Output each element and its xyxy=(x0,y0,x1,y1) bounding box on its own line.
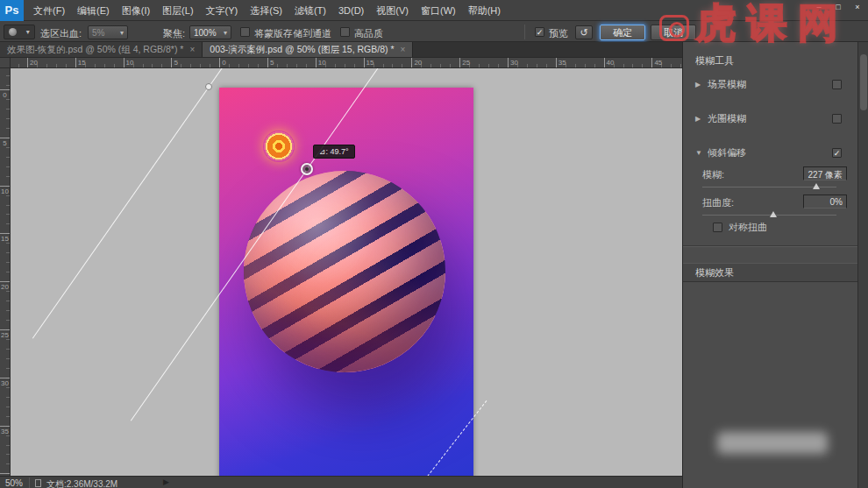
menu-item[interactable]: 图像(I) xyxy=(116,0,156,21)
chevron-down-icon: ▾ xyxy=(120,29,124,37)
focus-dropdown[interactable]: 100% ▾ xyxy=(189,25,231,39)
options-bar: ▾ 选区出血: 5% ▾ 聚焦: 100% ▾ 将蒙版存储到通道 高品质 预览 … xyxy=(0,22,868,42)
blur-effects-panel-header[interactable]: 模糊效果 xyxy=(683,263,857,282)
disclosure-triangle-icon[interactable] xyxy=(695,81,708,88)
selection-bleed-dropdown[interactable]: 5% ▾ xyxy=(88,25,128,39)
preview-checkbox[interactable] xyxy=(535,27,544,37)
focus-value: 100% xyxy=(194,28,217,38)
blur-section-checkbox[interactable] xyxy=(832,148,842,158)
distortion-slider[interactable] xyxy=(702,212,836,218)
ruler-number: 45 xyxy=(654,59,662,67)
ruler-number: 5 xyxy=(174,59,177,67)
blur-amount-label: 模糊: xyxy=(702,168,724,181)
ruler-top: 2015105051015202530354045 xyxy=(11,58,682,68)
ok-button[interactable]: 确定 xyxy=(600,25,645,40)
ruler-number: 20 xyxy=(1,284,9,290)
distortion-value[interactable]: 0% xyxy=(803,194,847,209)
slider-thumb[interactable] xyxy=(813,183,820,189)
ruler-number: 0 xyxy=(222,59,225,67)
main-menu: 文件(F)编辑(E)图像(I)图层(L)文字(Y)选择(S)滤镜(T)3D(D)… xyxy=(27,0,507,20)
blur-sections: 场景模糊 光圈模糊 倾斜偏移 xyxy=(683,75,857,178)
status-bar: 50% 文档:2.36M/33.2M ▶ xyxy=(0,476,682,488)
cancel-button[interactable]: 取消 xyxy=(651,25,696,40)
ruler-number: 15 xyxy=(1,236,9,242)
menu-item[interactable]: 滤镜(T) xyxy=(288,0,332,21)
symmetric-distortion-row: 对称扭曲 xyxy=(713,221,767,234)
chevron-down-icon: ▾ xyxy=(26,28,30,36)
blur-section-checkbox[interactable] xyxy=(832,114,842,124)
save-mask-label: 将蒙版存储到通道 xyxy=(254,27,331,40)
tiltshift-pin[interactable] xyxy=(301,163,313,175)
angle-tooltip: ⊿: 49.7° xyxy=(313,145,355,159)
ruler-number: 5 xyxy=(270,59,274,67)
blur-section-row[interactable]: 光圈模糊 xyxy=(683,110,857,127)
document-tab[interactable]: 003-演示案例.psd @ 50% (图层 15, RGB/8) * × xyxy=(203,42,413,57)
selection-bleed-value: 5% xyxy=(92,28,104,38)
ring-ornament xyxy=(263,131,295,162)
chevron-down-icon: ▾ xyxy=(224,29,227,37)
canvas-area[interactable]: ⊿: 49.7° xyxy=(11,68,682,476)
blur-amount-slider[interactable] xyxy=(702,184,836,190)
menu-item[interactable]: 选择(S) xyxy=(244,0,288,21)
blur-effects-title: 模糊效果 xyxy=(683,267,734,278)
panel-scrollbar[interactable] xyxy=(857,42,868,488)
minimize-button[interactable]: – xyxy=(814,3,824,11)
ruler-number: 25 xyxy=(462,59,470,67)
ruler-number: 40 xyxy=(607,59,615,67)
menu-item[interactable]: 文件(F) xyxy=(27,0,71,21)
panel-title: 模糊工具 xyxy=(695,54,734,67)
selection-bleed-label: 选区出血: xyxy=(40,27,82,40)
separator xyxy=(29,477,30,488)
separator xyxy=(524,25,525,39)
ruler-number: 10 xyxy=(318,59,326,67)
menu-bar: Ps 文件(F)编辑(E)图像(I)图层(L)文字(Y)选择(S)滤镜(T)3D… xyxy=(0,0,868,21)
disclosure-triangle-icon[interactable] xyxy=(695,115,708,123)
ruler-number: 25 xyxy=(1,332,9,338)
blur-section-row[interactable]: 倾斜偏移 xyxy=(683,144,857,161)
close-button[interactable]: × xyxy=(852,3,863,11)
menu-item[interactable]: 帮助(H) xyxy=(462,0,507,21)
window-controls: – □ × xyxy=(814,3,863,11)
symmetric-distortion-checkbox[interactable] xyxy=(713,223,722,232)
status-flyout-arrow-icon[interactable]: ▶ xyxy=(163,477,169,486)
high-quality-checkbox[interactable] xyxy=(340,27,350,37)
save-mask-checkbox[interactable] xyxy=(240,27,250,37)
ruler-number: 15 xyxy=(78,59,86,67)
blur-section-checkbox[interactable] xyxy=(832,80,842,89)
scrollbar-thumb[interactable] xyxy=(860,54,867,110)
menu-item[interactable]: 3D(D) xyxy=(332,0,370,21)
remove-all-pins-button[interactable]: ↺ xyxy=(575,25,593,39)
tab-close-icon[interactable]: × xyxy=(401,45,406,54)
blur-section-row[interactable]: 场景模糊 xyxy=(683,75,857,93)
ruler-number: 35 xyxy=(1,428,9,435)
tiltshift-rotate-handle[interactable] xyxy=(205,83,212,90)
document-size-info: 文档:2.36M/33.2M xyxy=(46,478,117,488)
ruler-corner xyxy=(0,58,11,68)
ruler-number: 0 xyxy=(1,92,9,98)
restore-button[interactable]: □ xyxy=(833,3,843,11)
menu-item[interactable]: 图层(L) xyxy=(156,0,199,21)
high-quality-label: 高品质 xyxy=(354,27,383,40)
ruler-number: 15 xyxy=(366,59,374,67)
disclosure-triangle-icon[interactable] xyxy=(695,149,708,157)
blur-section-label: 场景模糊 xyxy=(708,78,746,91)
slider-thumb[interactable] xyxy=(770,211,777,217)
ruler-number: 30 xyxy=(1,380,9,386)
document-tab[interactable]: 效果图-恢复的.psd @ 50% (组 4, RGB/8*) * × xyxy=(0,42,203,57)
focus-label: 聚焦: xyxy=(163,27,185,40)
preview-label: 预览 xyxy=(549,27,568,40)
tiltshift-controls: 模糊: 227 像素 扭曲度: 0% 对称扭曲 xyxy=(683,166,857,240)
photoshop-window: Ps 文件(F)编辑(E)图像(I)图层(L)文字(Y)选择(S)滤镜(T)3D… xyxy=(0,0,868,488)
tab-close-icon[interactable]: × xyxy=(189,45,195,54)
menu-item[interactable]: 编辑(E) xyxy=(71,0,116,21)
ruler-number: 20 xyxy=(30,59,38,67)
tool-preset-picker[interactable]: ▾ xyxy=(4,25,35,39)
blur-amount-value[interactable]: 227 像素 xyxy=(803,166,847,180)
menu-item[interactable]: 窗口(W) xyxy=(415,0,462,21)
document-tabs: 效果图-恢复的.psd @ 50% (组 4, RGB/8*) * × 003-… xyxy=(0,42,682,58)
ruler-number: 35 xyxy=(559,59,566,67)
menu-item[interactable]: 文字(Y) xyxy=(200,0,245,21)
zoom-level[interactable]: 50% xyxy=(5,478,23,488)
tab-title: 效果图-恢复的.psd @ 50% (组 4, RGB/8*) * xyxy=(7,44,183,56)
menu-item[interactable]: 视图(V) xyxy=(370,0,415,21)
